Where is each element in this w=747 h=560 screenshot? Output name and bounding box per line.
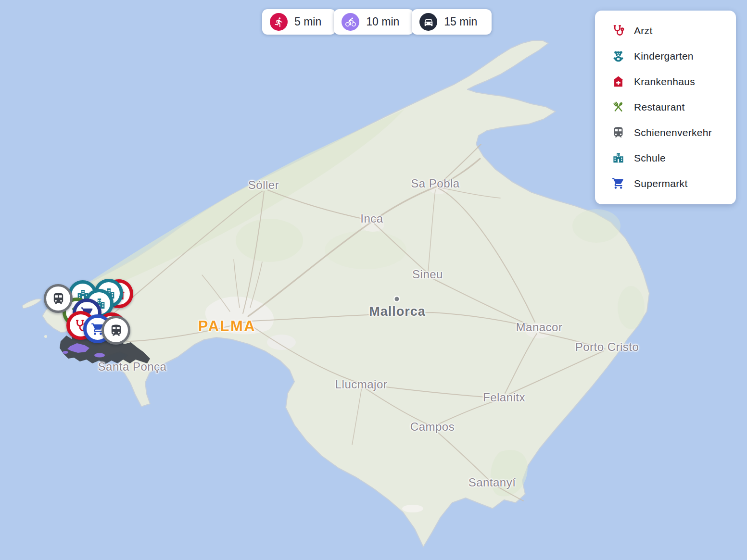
map-label-llucmajor: Llucmajor [335, 378, 388, 391]
legend-label: Schienenverkehr [634, 127, 712, 138]
legend-item-schule: Schule [595, 145, 736, 171]
bike-time-chip[interactable]: 10 min [334, 9, 414, 35]
marker-schienenverkehr-1[interactable] [101, 316, 130, 345]
bike-time-label: 10 min [366, 15, 399, 28]
map-label-felanitx: Felanitx [483, 391, 525, 404]
mallorca-marker-dot [395, 297, 399, 301]
map-label-porto-cristo: Porto Cristo [575, 340, 639, 354]
train-icon [612, 126, 625, 139]
legend-label: Arzt [634, 25, 653, 37]
legend-item-schienenverkehr: Schienenverkehr [595, 120, 736, 145]
map-label-santanyi: Santanyí [468, 476, 516, 489]
legend-item-krankenhaus: Krankenhaus [595, 69, 736, 94]
hospital-icon [612, 75, 625, 88]
cycling-icon [342, 13, 359, 31]
legend-item-kindergarten: Kindergarten [595, 43, 736, 69]
legend-item-supermarkt: Supermarkt [595, 171, 736, 196]
map-label-mallorca: Mallorca [369, 304, 426, 319]
map-label-inca: Inca [360, 212, 383, 225]
travel-time-toolbar: 5 min 10 min 15 min [262, 9, 490, 35]
marker-schienenverkehr-2[interactable] [44, 284, 73, 313]
map-label-sineu: Sineu [412, 268, 443, 281]
car-time-chip[interactable]: 15 min [412, 9, 492, 35]
islet [44, 335, 47, 338]
map-label-campos: Campos [410, 420, 455, 434]
map-label-palma: PALMA [198, 318, 256, 335]
car-icon [419, 13, 437, 31]
map-view: Sóller Sa Pobla Inca Sineu Mallorca PALM… [0, 0, 747, 560]
map-label-santa-ponca: Santa Ponça [98, 360, 167, 373]
legend-label: Krankenhaus [634, 76, 695, 87]
shopping-cart-icon [612, 177, 625, 190]
car-time-label: 15 min [444, 15, 477, 28]
map-label-soller: Sóller [248, 178, 279, 192]
legend-item-arzt: Arzt [595, 18, 736, 43]
legend-item-restaurant: Restaurant [595, 94, 736, 120]
walk-time-chip[interactable]: 5 min [262, 9, 336, 35]
walking-icon [270, 13, 288, 31]
map-label-sa-pobla: Sa Pobla [411, 177, 459, 190]
legend-label: Kindergarten [634, 50, 694, 62]
train-icon [109, 324, 123, 337]
utensils-icon [612, 100, 625, 113]
legend-label: Schule [634, 152, 666, 164]
walk-time-label: 5 min [294, 15, 321, 28]
train-icon [51, 292, 65, 306]
poi-legend: Arzt Kindergarten Krankenhaus Restaurant… [595, 11, 736, 204]
map-label-manacor: Manacor [516, 321, 563, 334]
teddy-bear-icon [612, 50, 625, 62]
stethoscope-icon [612, 24, 625, 37]
legend-label: Supermarkt [634, 178, 688, 189]
school-icon [612, 151, 625, 164]
legend-label: Restaurant [634, 101, 685, 113]
